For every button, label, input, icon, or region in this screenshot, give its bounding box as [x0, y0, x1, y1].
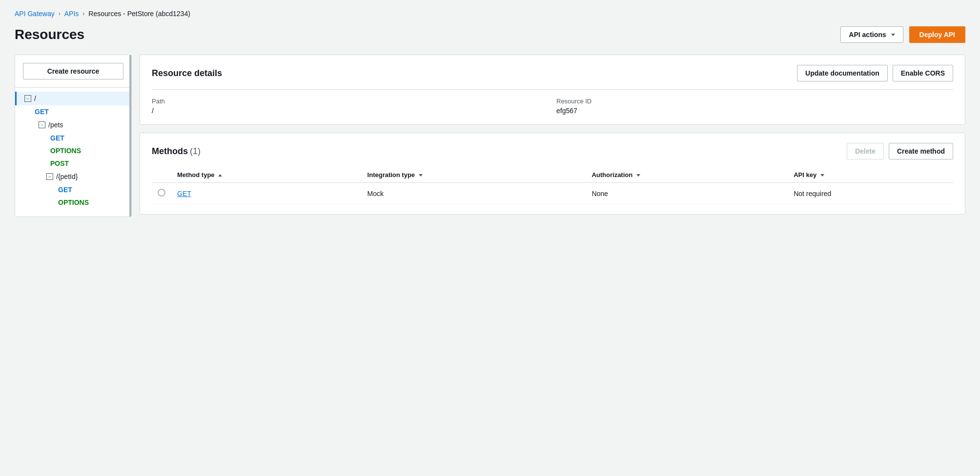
row-radio-button[interactable]: [158, 189, 165, 197]
sort-desc-icon-auth: [636, 174, 640, 177]
method-type-label: Method type: [177, 171, 215, 178]
tree-item-root[interactable]: − /: [15, 92, 131, 105]
row-integration-type: Mock: [362, 183, 586, 204]
table-row: GET Mock None Not required: [152, 183, 953, 204]
tree-method-pets-options[interactable]: OPTIONS: [23, 144, 131, 157]
breadcrumb-sep-2: ›: [82, 10, 84, 17]
api-key-col-header[interactable]: API key: [788, 167, 953, 183]
sort-desc-icon-apikey: [820, 174, 824, 177]
resource-details-title: Resource details: [152, 68, 222, 79]
resource-fields: Path / Resource ID efg567: [152, 89, 953, 115]
enable-cors-button[interactable]: Enable CORS: [893, 65, 953, 81]
right-panel: Resource details Update documentation En…: [140, 55, 965, 215]
update-documentation-button[interactable]: Update documentation: [797, 65, 888, 81]
breadcrumb-sep-1: ›: [59, 10, 61, 17]
breadcrumb-link-apis[interactable]: APIs: [64, 10, 79, 18]
tree-method-pets-post[interactable]: POST: [23, 157, 131, 170]
row-radio-cell[interactable]: [152, 183, 171, 204]
breadcrumb-link-api-gateway[interactable]: API Gateway: [15, 10, 55, 18]
petid-path-label: /{petId}: [56, 173, 78, 180]
tree-item-pets[interactable]: − /pets: [23, 118, 131, 132]
expand-icon-root: −: [24, 95, 31, 102]
chevron-down-icon: [891, 34, 895, 36]
row-method-type[interactable]: GET: [171, 183, 362, 204]
api-actions-label: API actions: [849, 31, 886, 39]
root-path-label: /: [34, 95, 36, 102]
breadcrumb-current: Resources - PetStore (abcd1234): [88, 10, 190, 18]
header-actions: API actions Deploy API: [840, 26, 965, 43]
expand-icon-pets: −: [39, 121, 45, 128]
resource-id-value: efg567: [556, 107, 953, 115]
sort-desc-icon-integration: [419, 174, 423, 177]
row-authorization: None: [586, 183, 788, 204]
authorization-label: Authorization: [592, 171, 633, 178]
resource-tree: − / GET − /pets GET OPTIONS POST: [15, 92, 131, 209]
page-wrapper: API Gateway › APIs › Resources - PetStor…: [0, 0, 980, 476]
path-field: Path /: [152, 98, 549, 115]
method-get-link[interactable]: GET: [177, 190, 191, 198]
methods-title-area: Methods (1): [152, 146, 201, 157]
main-layout: Create resource − / GET − /pets GET: [15, 55, 965, 217]
resource-details-header: Resource details Update documentation En…: [152, 65, 953, 81]
integration-type-label: Integration type: [368, 171, 415, 178]
expand-icon-petid: −: [46, 173, 53, 180]
create-resource-button[interactable]: Create resource: [23, 63, 123, 79]
tree-sub-pets: − /pets GET OPTIONS POST − /{petId} GET …: [15, 118, 131, 209]
tree-item-petid[interactable]: − /{petId}: [23, 170, 131, 183]
tree-sub2-petid: − /{petId} GET OPTIONS: [23, 170, 131, 209]
path-label: Path: [152, 98, 549, 105]
api-key-label: API key: [794, 171, 817, 178]
sort-asc-icon: [218, 174, 222, 177]
divider: [15, 87, 131, 88]
path-value: /: [152, 107, 549, 115]
integration-type-col-header[interactable]: Integration type: [362, 167, 586, 183]
methods-header: Methods (1) Delete Create method: [152, 143, 953, 159]
resource-details-card: Resource details Update documentation En…: [140, 55, 965, 125]
authorization-col-header[interactable]: Authorization: [586, 167, 788, 183]
pets-path-label: /pets: [48, 121, 63, 129]
methods-table: Method type Integration type Authorizati…: [152, 167, 953, 204]
breadcrumb: API Gateway › APIs › Resources - PetStor…: [15, 10, 965, 18]
resource-id-field: Resource ID efg567: [556, 98, 953, 115]
resize-handle[interactable]: [129, 55, 131, 217]
resource-id-label: Resource ID: [556, 98, 953, 105]
deploy-api-button[interactable]: Deploy API: [909, 26, 965, 43]
methods-table-head: Method type Integration type Authorizati…: [152, 167, 953, 183]
methods-count: (1): [190, 146, 201, 156]
create-method-button[interactable]: Create method: [889, 143, 953, 159]
row-api-key: Not required: [788, 183, 953, 204]
page-header: Resources API actions Deploy API: [15, 26, 965, 43]
method-type-col-header[interactable]: Method type: [171, 167, 362, 183]
tree-method-pets-get[interactable]: GET: [23, 132, 131, 144]
page-title: Resources: [15, 27, 84, 42]
tree-method-root-get[interactable]: GET: [15, 105, 131, 118]
methods-table-body: GET Mock None Not required: [152, 183, 953, 204]
methods-card: Methods (1) Delete Create method Method …: [140, 133, 965, 215]
methods-actions: Delete Create method: [847, 143, 953, 159]
resource-details-actions: Update documentation Enable CORS: [797, 65, 953, 81]
api-actions-button[interactable]: API actions: [840, 26, 903, 43]
methods-title: Methods: [152, 146, 188, 156]
methods-table-header-row: Method type Integration type Authorizati…: [152, 167, 953, 183]
tree-method-petid-options[interactable]: OPTIONS: [23, 196, 131, 209]
left-panel: Create resource − / GET − /pets GET: [15, 55, 132, 217]
select-col-header: [152, 167, 171, 183]
delete-method-button: Delete: [847, 143, 884, 159]
tree-method-petid-get[interactable]: GET: [23, 183, 131, 196]
